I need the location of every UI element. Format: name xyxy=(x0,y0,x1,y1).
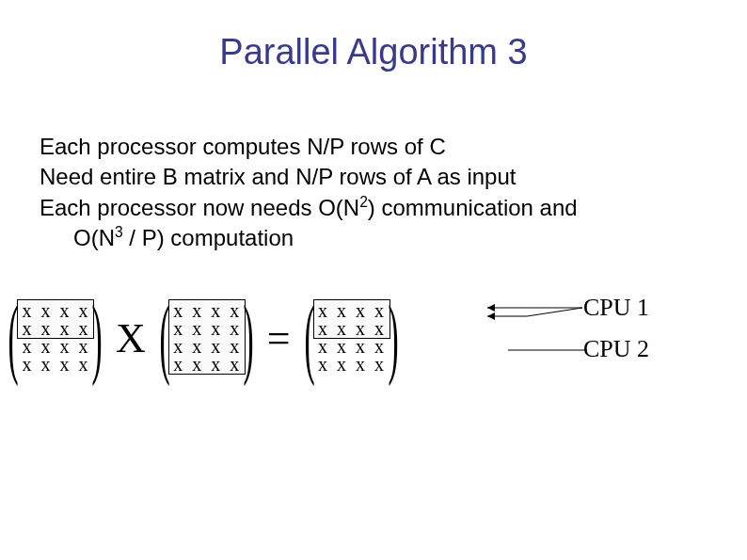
matrix-b-lparen: ( xyxy=(159,296,169,378)
svg-marker-1 xyxy=(487,304,495,312)
body-line-4-exp1: 3 xyxy=(115,224,123,240)
cpu-1-label: CPU 1 xyxy=(583,296,649,320)
matrix-a-row-0: xxxx xyxy=(21,301,89,319)
matrix-b-row-1: xxxx xyxy=(172,319,241,337)
body-line-1: Each processor computes N/P rows of C xyxy=(40,132,717,162)
body-line-3b: ) communication and xyxy=(368,195,578,220)
cpu-labels: CPU 1 CPU 2 xyxy=(583,296,649,378)
matrix-b-grid: xxxx xxxx xxxx xxxx xyxy=(172,301,241,373)
body-line-3-exp1: 2 xyxy=(359,194,368,210)
equals-operator: = xyxy=(267,318,291,360)
svg-marker-4 xyxy=(487,312,495,320)
matrix-a-row-2: xxxx xyxy=(21,337,89,355)
slide-title: Parallel Algorithm 3 xyxy=(0,32,747,72)
matrix-a-grid: xxxx xxxx xxxx xxxx xyxy=(21,301,89,373)
body-text: Each processor computes N/P rows of C Ne… xyxy=(40,132,717,254)
body-line-3a: Each processor now needs O(N xyxy=(40,195,359,220)
matrix-a-row-1: xxxx xyxy=(21,319,89,337)
matrix-b-row-2: xxxx xyxy=(172,337,241,355)
matrix-b-rparen: ) xyxy=(243,296,253,378)
body-line-3: Each processor now needs O(N2) communica… xyxy=(40,193,717,223)
matrix-c-row-0: xxxx xyxy=(317,301,386,319)
slide: Parallel Algorithm 3 Each processor comp… xyxy=(0,0,747,560)
matrix-b: ( xxxx xxxx xxxx xxxx ) xyxy=(168,297,245,373)
times-operator: X xyxy=(116,318,146,360)
matrix-c-grid: xxxx xxxx xxxx xxxx xyxy=(317,301,386,373)
matrix-a-row-3: xxxx xyxy=(21,355,89,373)
cpu-connectors xyxy=(0,0,747,560)
cpu-2-label: CPU 2 xyxy=(583,337,649,361)
matrix-a: ( xxxx xxxx xxxx xxxx ) xyxy=(17,297,93,373)
matrix-c-row-1: xxxx xyxy=(317,319,386,337)
matrix-c-rparen: ) xyxy=(388,296,398,378)
body-line-2: Need entire B matrix and N/P rows of A a… xyxy=(40,162,717,192)
matrix-b-row-3: xxxx xyxy=(172,355,241,373)
matrix-c-row-2: xxxx xyxy=(317,337,386,355)
body-line-4: O(N3 / P) computation xyxy=(40,223,717,253)
body-line-4b: / P) computation xyxy=(123,225,294,250)
diagram-row: ( xxxx xxxx xxxx xxxx ) X ( xxxx xxxx xx… xyxy=(17,297,389,373)
svg-line-2 xyxy=(527,308,582,316)
matrix-c-lparen: ( xyxy=(304,296,314,378)
matrix-a-lparen: ( xyxy=(8,296,18,378)
body-line-4a: O(N xyxy=(73,225,115,250)
matrix-b-row-0: xxxx xyxy=(172,301,241,319)
matrix-c: ( xxxx xxxx xxxx xxxx ) xyxy=(313,297,389,373)
matrix-c-row-3: xxxx xyxy=(317,355,386,373)
matrix-a-rparen: ) xyxy=(91,296,102,378)
